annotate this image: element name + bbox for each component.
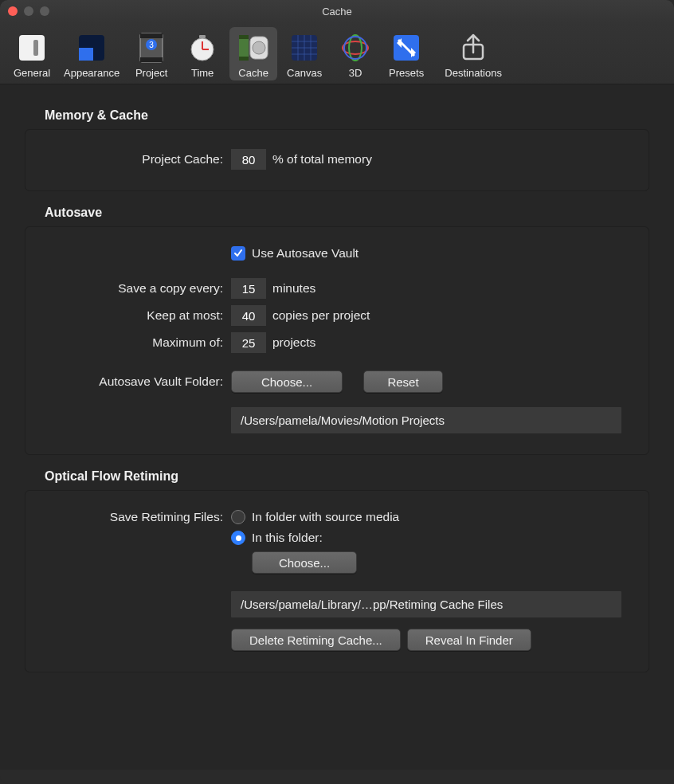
canvas-icon <box>287 30 322 65</box>
retiming-radio-source-label: In folder with source media <box>252 510 399 524</box>
project-cache-label: Project Cache: <box>40 152 231 167</box>
autosave-choose-button[interactable]: Choose... <box>231 370 343 393</box>
tab-label: Cache <box>238 67 268 79</box>
tab-label: Destinations <box>445 67 502 79</box>
tab-label: 3D <box>349 67 362 79</box>
autosave-reset-button[interactable]: Reset <box>363 370 443 393</box>
svg-point-20 <box>349 35 362 61</box>
use-autosave-vault-checkbox[interactable] <box>231 246 245 261</box>
svg-rect-14 <box>239 35 249 39</box>
destinations-icon <box>456 30 491 65</box>
time-icon <box>185 30 220 65</box>
preferences-content: Memory & Cache Project Cache: % of total… <box>0 84 674 770</box>
maximum-of-label: Maximum of: <box>40 335 231 350</box>
tab-label: Appearance <box>64 67 120 79</box>
section-autosave: Use Autosave Vault Save a copy every: mi… <box>25 226 649 455</box>
keep-at-most-label: Keep at most: <box>40 308 231 323</box>
save-every-unit: minutes <box>272 281 315 296</box>
autosave-vault-folder-label: Autosave Vault Folder: <box>40 374 231 389</box>
keep-at-most-unit: copies per project <box>272 308 370 323</box>
titlebar: Cache <box>0 0 674 22</box>
window-controls <box>8 6 49 16</box>
3d-icon <box>338 30 373 65</box>
tab-cache[interactable]: Cache <box>229 27 277 80</box>
delete-retiming-cache-button[interactable]: Delete Retiming Cache... <box>231 629 401 651</box>
project-cache-unit: % of total memory <box>272 152 372 167</box>
project-cache-input[interactable] <box>231 149 266 170</box>
tab-presets[interactable]: Presets <box>382 27 430 80</box>
tab-canvas[interactable]: Canvas <box>280 27 328 80</box>
svg-rect-1 <box>33 40 38 56</box>
appearance-icon <box>74 30 109 65</box>
svg-rect-6 <box>140 57 163 62</box>
reveal-in-finder-button[interactable]: Reveal In Finder <box>407 629 531 651</box>
tab-destinations[interactable]: Destinations <box>433 27 513 80</box>
tab-3d[interactable]: 3D <box>331 27 379 80</box>
autosave-vault-path: /Users/pamela/Movies/Motion Projects <box>231 407 621 433</box>
window-title: Cache <box>0 6 674 18</box>
save-every-label: Save a copy every: <box>40 281 231 296</box>
section-memory-cache: Project Cache: % of total memory <box>25 129 649 191</box>
save-retiming-files-label: Save Retiming Files: <box>40 510 231 524</box>
keep-at-most-input[interactable] <box>231 305 266 326</box>
svg-point-21 <box>339 32 371 64</box>
maximum-of-unit: projects <box>272 335 315 350</box>
svg-text:3: 3 <box>149 41 154 49</box>
retiming-choose-button[interactable]: Choose... <box>252 551 357 574</box>
section-optical-flow-title: Optical Flow Retiming <box>45 469 650 484</box>
tab-project[interactable]: 3 Project <box>127 27 175 80</box>
svg-rect-10 <box>199 35 206 38</box>
svg-rect-15 <box>239 57 249 61</box>
zoom-button[interactable] <box>40 6 49 16</box>
tab-label: General <box>14 67 50 79</box>
maximum-of-input[interactable] <box>231 332 266 353</box>
section-autosave-title: Autosave <box>45 206 650 220</box>
cache-icon <box>236 30 271 65</box>
preferences-toolbar: General Appearance 3 Project Time Cache <box>0 22 674 84</box>
svg-point-17 <box>253 41 265 54</box>
tab-label: Time <box>191 67 214 79</box>
section-optical-flow: Save Retiming Files: In folder with sour… <box>25 490 649 672</box>
tab-time[interactable]: Time <box>178 27 226 80</box>
retiming-radio-source[interactable] <box>231 510 245 524</box>
retiming-radio-folder[interactable] <box>231 531 245 545</box>
section-memory-cache-title: Memory & Cache <box>45 108 650 123</box>
svg-point-19 <box>343 41 368 54</box>
minimize-button[interactable] <box>24 6 33 16</box>
use-autosave-vault-label: Use Autosave Vault <box>252 246 359 261</box>
save-every-input[interactable] <box>231 278 266 299</box>
tab-label: Presets <box>389 67 424 79</box>
general-icon <box>14 30 49 65</box>
close-button[interactable] <box>8 6 18 16</box>
tab-label: Canvas <box>287 67 322 79</box>
svg-rect-0 <box>19 35 45 61</box>
project-icon: 3 <box>134 30 169 65</box>
retiming-radio-folder-label: In this folder: <box>252 531 323 545</box>
tab-general[interactable]: General <box>8 27 56 80</box>
retiming-folder-path: /Users/pamela/Library/…pp/Retiming Cache… <box>231 591 621 617</box>
svg-rect-3 <box>79 48 93 61</box>
tab-appearance[interactable]: Appearance <box>59 27 124 80</box>
tab-label: Project <box>135 67 167 79</box>
svg-rect-5 <box>140 33 163 38</box>
presets-icon <box>389 30 424 65</box>
